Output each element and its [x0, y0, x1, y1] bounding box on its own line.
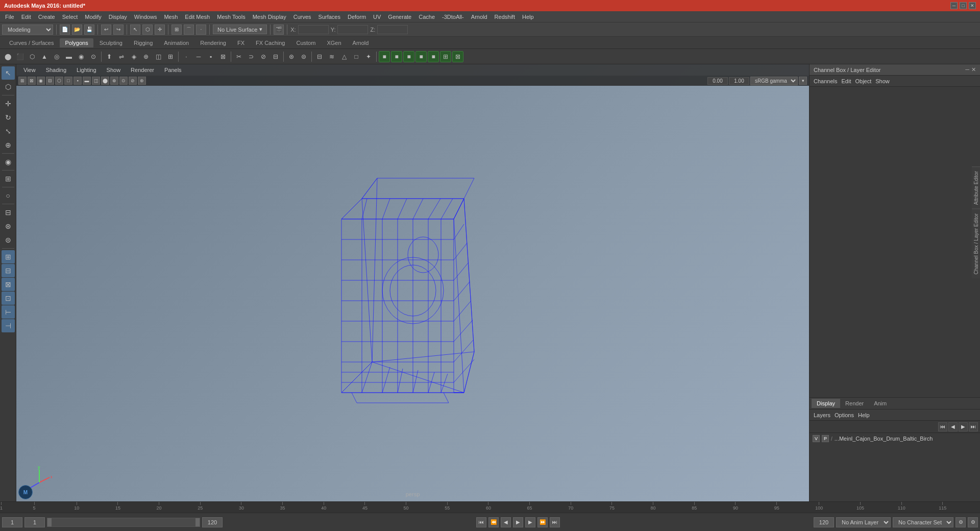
layer-ctrl-prev[interactable]: ◀ — [948, 422, 958, 431]
no-live-surface[interactable]: No Live Surface ▾ — [213, 25, 267, 34]
x-field[interactable] — [298, 25, 329, 34]
menu-redshift[interactable]: Redshift — [492, 13, 518, 21]
menu-arnold[interactable]: Arnold — [468, 13, 491, 21]
vp-ctrl-g[interactable]: ▪ — [74, 77, 82, 85]
new-scene-button[interactable]: 📄 — [60, 25, 70, 35]
playback-play[interactable]: ▶ — [513, 517, 523, 527]
select-mode-button[interactable]: ↖ — [2, 66, 15, 80]
select-vertex[interactable]: · — [181, 51, 192, 62]
poly-cylinder[interactable]: ⬡ — [27, 51, 38, 62]
left-tool-c[interactable]: ⊠ — [2, 278, 15, 291]
poly-cube[interactable]: ⬛ — [14, 51, 26, 62]
menu-edit[interactable]: Edit — [18, 13, 34, 21]
select-uv[interactable]: ⊠ — [217, 51, 229, 62]
move-button[interactable]: ✛ — [2, 97, 15, 110]
triangulate-tool[interactable]: △ — [338, 51, 350, 62]
value-a-field[interactable]: 0.00 — [707, 77, 728, 85]
poly-sphere[interactable]: ⬤ — [2, 51, 13, 62]
open-button[interactable]: 📂 — [72, 25, 82, 35]
playback-to-start[interactable]: ⏮ — [476, 517, 486, 527]
menu-cache[interactable]: Cache — [415, 13, 438, 21]
move-tool[interactable]: ✛ — [155, 25, 165, 35]
tab-sculpting[interactable]: Sculpting — [94, 38, 128, 47]
playback-next-key[interactable]: ⏩ — [537, 517, 548, 527]
sculpt-poly[interactable]: ⊜ — [2, 233, 15, 247]
vp-ctrl-a[interactable]: ⊞ — [18, 77, 27, 85]
vp-ctrl-j[interactable]: ⬤ — [101, 77, 109, 85]
playback-prev-key[interactable]: ⏪ — [488, 517, 499, 527]
connect-tool[interactable]: ⊃ — [246, 51, 257, 62]
layer-ctrl-prev-prev[interactable]: ⏮ — [938, 422, 947, 431]
save-button[interactable]: 💾 — [84, 25, 94, 35]
tab-render[interactable]: Render — [840, 399, 869, 408]
tab-anim[interactable]: Anim — [869, 399, 892, 408]
menu-windows[interactable]: Windows — [131, 13, 160, 21]
vp-ctrl-e[interactable]: ⬡ — [55, 77, 63, 85]
panel-menu-channels[interactable]: Channels — [814, 78, 837, 84]
value-b-field[interactable]: 1.00 — [729, 77, 749, 85]
playback-to-end[interactable]: ⏭ — [550, 517, 560, 527]
end-frame-field[interactable]: 120 — [202, 517, 223, 527]
tab-polygons[interactable]: Polygons — [60, 38, 93, 47]
y-field[interactable] — [337, 25, 368, 34]
cache-field[interactable]: 120 — [814, 517, 834, 527]
left-tool-e[interactable]: ⊢ — [2, 305, 15, 319]
menu-deform[interactable]: Deform — [345, 13, 369, 21]
render-button[interactable]: 🎬 — [274, 25, 284, 35]
panel-menu-edit[interactable]: Edit — [841, 78, 851, 84]
vp-menu-show[interactable]: Show — [104, 66, 124, 74]
menu-uv[interactable]: UV — [370, 13, 384, 21]
paint-select-button[interactable]: ⬡ — [2, 80, 15, 93]
poly-torus[interactable]: ◎ — [51, 51, 62, 62]
paint-weights[interactable]: ⊜ — [298, 51, 309, 62]
green-btn-3[interactable]: ■ — [403, 51, 414, 62]
scale-button[interactable]: ⤡ — [2, 125, 15, 138]
green-btn-1[interactable]: ■ — [379, 51, 390, 62]
close-button[interactable]: ✕ — [969, 2, 976, 9]
quadrangulate-tool[interactable]: □ — [351, 51, 362, 62]
start-frame-field[interactable]: 1 — [2, 517, 22, 527]
tab-animation[interactable]: Animation — [159, 38, 194, 47]
poly-plane[interactable]: ▬ — [63, 51, 75, 62]
snap-to-grid[interactable]: ⊞ — [172, 25, 182, 35]
merge-tool[interactable]: ⊕ — [140, 51, 152, 62]
cleanup-tool[interactable]: ✦ — [363, 51, 374, 62]
vp-ctrl-extra[interactable]: ▾ — [799, 77, 807, 85]
lasso-tool[interactable]: ⬡ — [142, 25, 153, 35]
layer-ctrl-next-next[interactable]: ⏭ — [969, 422, 978, 431]
vp-ctrl-m[interactable]: ⊘ — [129, 77, 137, 85]
poly-cone[interactable]: ▲ — [39, 51, 50, 62]
layer-p-toggle[interactable]: P — [822, 435, 829, 442]
vp-ctrl-d[interactable]: ⊟ — [46, 77, 54, 85]
menu-modify[interactable]: Modify — [82, 13, 104, 21]
show-manip[interactable]: ⊞ — [2, 172, 15, 185]
timeline-ruler[interactable]: 1 5 10 15 20 25 30 35 40 45 50 55 60 65 … — [0, 502, 980, 513]
tab-custom[interactable]: Custom — [291, 38, 321, 47]
minimize-button[interactable]: ─ — [950, 2, 958, 9]
layer-menu-layers[interactable]: Layers — [814, 412, 830, 418]
tab-fx-caching[interactable]: FX Caching — [251, 38, 290, 47]
menu-generate[interactable]: Generate — [385, 13, 414, 21]
viewport[interactable]: View Shading Lighting Show Renderer Pane… — [16, 64, 809, 501]
vp-menu-renderer[interactable]: Renderer — [128, 66, 157, 74]
panel-menu-show[interactable]: Show — [875, 78, 890, 84]
combine-tool[interactable]: ⊟ — [314, 51, 325, 62]
menu-mesh-tools[interactable]: Mesh Tools — [214, 13, 248, 21]
paint-attrs[interactable]: ⊛ — [2, 220, 15, 233]
vp-menu-lighting[interactable]: Lighting — [74, 66, 100, 74]
tab-curves-surfaces[interactable]: Curves / Surfaces — [4, 38, 59, 47]
vp-menu-shading[interactable]: Shading — [43, 66, 69, 74]
left-tool-a[interactable]: ⊞ — [2, 250, 15, 263]
tab-rendering[interactable]: Rendering — [195, 38, 231, 47]
anim-layer-selector[interactable]: No Anim Layer — [836, 517, 891, 527]
green-btn-7[interactable]: ⊠ — [452, 51, 463, 62]
tab-display[interactable]: Display — [812, 399, 840, 408]
panel-minimize[interactable]: ─ — [965, 66, 969, 73]
left-tool-f[interactable]: ⊣ — [2, 319, 15, 332]
vp-menu-view[interactable]: View — [20, 66, 39, 74]
undo-button[interactable]: ↩ — [101, 25, 111, 35]
character-set-selector[interactable]: No Character Set — [893, 517, 953, 527]
menu-mesh[interactable]: Mesh — [161, 13, 181, 21]
anim-options-1[interactable]: ⚙ — [955, 517, 966, 527]
green-btn-5[interactable]: ■ — [428, 51, 439, 62]
